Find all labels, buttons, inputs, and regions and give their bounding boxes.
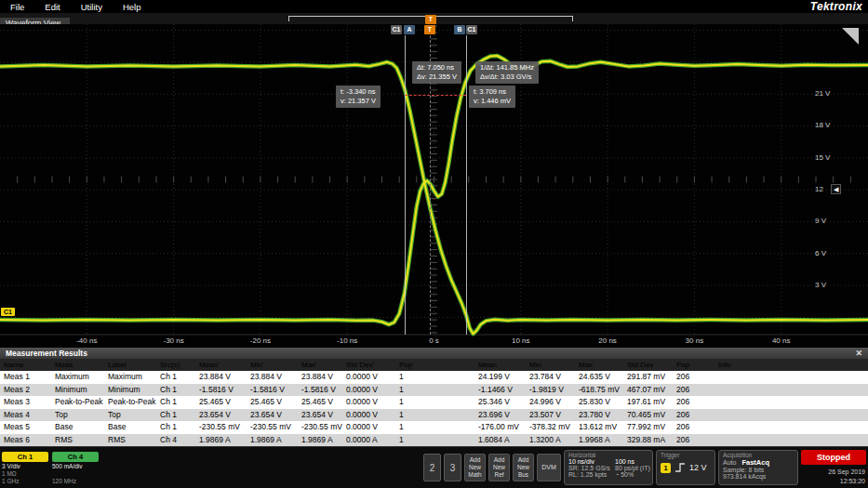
cursor-a-line[interactable] — [405, 35, 406, 335]
ch1-bandwidth: 1 GHz — [2, 478, 48, 484]
measurement-cell: Meas 5 — [0, 421, 51, 434]
measurement-cell: -230.55 mV — [195, 421, 247, 434]
measurement-row[interactable]: Meas 2MinimumMinimumCh 1-1.5816 V-1.5816… — [0, 384, 868, 397]
ch1-position-marker[interactable]: C1 — [1, 308, 15, 316]
measurement-cell: 0.0000 V — [342, 371, 395, 384]
measurement-cell: Peak-to-Peak — [104, 396, 156, 409]
column-header: Std Dev — [623, 359, 673, 371]
measurement-cell: 329.88 mA — [623, 434, 673, 447]
add-new-math-button[interactable]: Add New Math — [464, 454, 486, 481]
menu-edit[interactable]: Edit — [34, 2, 70, 12]
measurement-cell: 1 — [395, 384, 474, 397]
trigger-source-badge: 1 — [661, 463, 671, 473]
column-header: Min — [526, 359, 575, 371]
channel-3-button[interactable]: 3 — [444, 454, 461, 481]
measurement-cell: 25.830 V — [575, 396, 623, 409]
measurement-cell: -230.55 mV — [247, 421, 298, 434]
corner-fold-icon[interactable] — [842, 28, 859, 45]
measurement-row[interactable]: Meas 1MaximumMaximumCh 123.884 V23.884 V… — [0, 371, 868, 384]
cursor-b-flag[interactable]: B — [454, 25, 465, 34]
measurement-cell: 0.0000 V — [342, 409, 395, 422]
measurement-cell: Minimum — [104, 384, 156, 397]
horizontal-window: 100 ns — [615, 458, 652, 465]
measurement-header: NameMeasLabelSrc(s)Mean'Min'Max'Std Dev'… — [0, 359, 868, 371]
measurement-cell: 0.0000 V — [342, 396, 395, 409]
channel-2-button[interactable]: 2 — [423, 454, 441, 481]
cursor-delta-readout: Δt: 7.050 ns Δv: 21.355 V — [412, 61, 461, 84]
measurement-cell — [714, 421, 868, 434]
measurement-row[interactable]: Meas 4TopTopCh 123.654 V23.654 V23.654 V… — [0, 409, 868, 422]
measurement-cell: 23.654 V — [195, 409, 247, 422]
measurement-cell: 291.87 mV — [623, 371, 673, 384]
measurement-row[interactable]: Meas 5BaseBaseCh 1-230.55 mV-230.55 mV-2… — [0, 421, 868, 434]
measurement-cell: Maximum — [104, 371, 156, 384]
measurement-cell: 1.6084 A — [474, 434, 526, 447]
waveform-display[interactable]: C1 A T B C1 Δt: 7.050 ns Δv: 21.355 V 1/… — [0, 24, 868, 348]
horizontal-scale: 10 ns/div — [568, 458, 615, 465]
measurement-cell: 1 — [395, 409, 474, 422]
channel-4-badge[interactable]: Ch 4 — [52, 452, 99, 462]
column-header: Src(s) — [156, 359, 195, 371]
measurement-cell: -1.5816 V — [298, 384, 342, 397]
cursor-b-channel-flag[interactable]: C1 — [466, 25, 477, 34]
readout-line: Δv: 21.355 V — [417, 73, 457, 82]
time-axis-label: 30 ns — [678, 336, 710, 345]
menu-file[interactable]: File — [0, 2, 34, 12]
cursor-a-readout: t: -3.340 ns v: 21.357 V — [336, 86, 381, 108]
acquisition-status-button[interactable]: Stopped — [801, 450, 866, 465]
acquisition-title: Acquisition — [723, 452, 794, 458]
measurement-cell: 206 — [673, 409, 714, 422]
measurement-cell: -618.75 mV — [575, 384, 623, 397]
measurement-cell: 206 — [673, 371, 714, 384]
measurement-cell: 23.654 V — [298, 409, 342, 422]
acquisition-count: 973.814 kAcqs — [723, 473, 794, 480]
add-new-bus-button[interactable]: Add New Bus — [513, 454, 534, 481]
status-bar: Ch 1 3 V/div 1 MΩ 1 GHz Ch 4 500 mA/div … — [0, 446, 868, 488]
measurement-cell: -1.5816 V — [247, 384, 298, 397]
voltage-axis-label: 9 V — [815, 217, 826, 225]
horizontal-panel[interactable]: Horizontal 10 ns/div 100 ns SR: 12.5 GS/… — [564, 450, 653, 485]
measurement-cell: -1.5816 V — [195, 384, 247, 397]
close-icon[interactable]: ✕ — [855, 348, 862, 359]
dvm-button[interactable]: DVM — [537, 454, 561, 481]
measurement-cell: 0.0000 A — [342, 434, 395, 447]
voltage-axis-label: 6 V — [815, 249, 826, 257]
fastacq-label: FastAcq — [741, 458, 769, 467]
horizontal-title: Horizontal — [568, 452, 648, 458]
voltage-axis-label: 12 — [815, 185, 823, 193]
measurement-row[interactable]: Meas 3Peak-to-PeakPeak-to-PeakCh 125.465… — [0, 396, 868, 409]
menu-utility[interactable]: Utility — [71, 2, 113, 12]
measurement-cell: Ch 1 — [156, 421, 195, 434]
acquisition-sample: Sample: 8 bits — [723, 467, 794, 473]
cursor-b-line[interactable] — [466, 35, 467, 335]
horizontal-sample-rate: SR: 12.5 GS/s — [568, 465, 615, 471]
trigger-panel[interactable]: Trigger 1 12 V — [656, 450, 715, 485]
measurement-cell: 23.507 V — [526, 409, 575, 422]
record-view-bracket[interactable]: T — [288, 16, 573, 21]
channel-1-badge[interactable]: Ch 1 — [2, 452, 48, 462]
measurement-cell: Peak-to-Peak — [51, 396, 104, 409]
add-new-ref-button[interactable]: Add New Ref — [488, 454, 510, 481]
menu-help[interactable]: Help — [113, 2, 152, 12]
voltage-axis-label: 3 V — [815, 281, 826, 289]
horizontal-record-length: RL: 1.25 kpts — [568, 471, 615, 478]
acquisition-panel[interactable]: Acquisition AutoFastAcq Sample: 8 bits 9… — [718, 450, 798, 485]
measurement-cell: 1 — [395, 371, 474, 384]
measurement-cell: -230.55 mV — [298, 421, 342, 434]
trigger-flag[interactable]: T — [424, 25, 435, 34]
voltage-axis-label: 15 V — [815, 153, 830, 162]
ch4-bandwidth: 120 MHz — [52, 478, 99, 484]
channel-4-column: Ch 4 500 mA/div 120 MHz — [52, 452, 99, 484]
measurement-cell: 24.635 V — [575, 371, 623, 384]
time-axis-label: -20 ns — [245, 336, 276, 345]
measurement-cell: 23.884 V — [247, 371, 298, 384]
trigger-level-marker[interactable]: ◀ — [831, 184, 841, 194]
horizontal-resolution: 80 ps/pt (IT) — [615, 465, 652, 471]
measurement-row[interactable]: Meas 6RMSRMSCh 41.9869 A1.9869 A1.9869 A… — [0, 434, 868, 447]
cursor-a-flag[interactable]: A — [404, 25, 415, 34]
measurement-cell: 0.0000 V — [342, 384, 395, 397]
measurement-cell: -1.1466 V — [474, 384, 526, 397]
measurement-cell: Meas 6 — [0, 434, 51, 447]
cursor-a-channel-flag[interactable]: C1 — [391, 25, 402, 34]
trigger-position-indicator[interactable]: T — [425, 15, 436, 24]
